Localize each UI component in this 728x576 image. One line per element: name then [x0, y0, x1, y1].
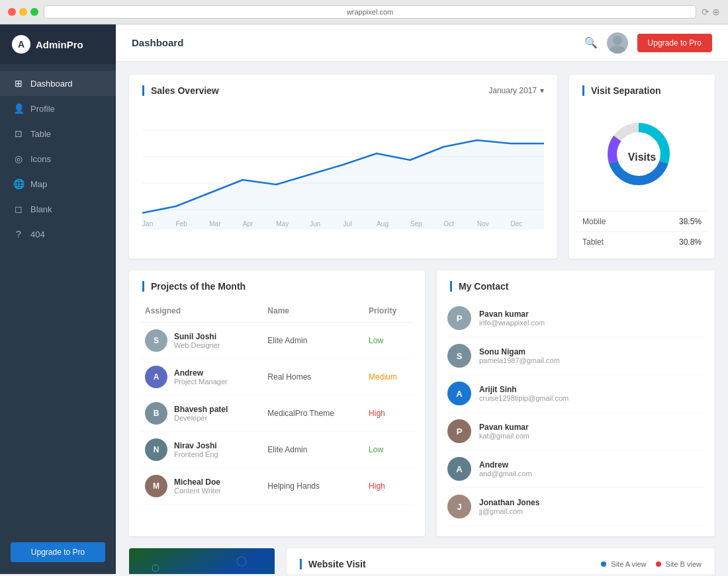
project-name-cell: MedicalPro Theme — [262, 395, 363, 432]
avatar: A — [145, 366, 167, 388]
website-header: Website Visit Site A view Site B view — [287, 548, 715, 574]
person-cell: N Nirav Joshi Frontend Eng — [145, 438, 257, 461]
topbar-right: 🔍 Upgrade to Pro — [584, 32, 712, 54]
sidebar-item-label: Table — [30, 129, 51, 139]
sidebar-nav: ⊞ Dashboard 👤 Profile ⊡ Table ◎ Icons 🌐 … — [0, 64, 116, 530]
person-cell: M Micheal Doe Content Writer — [145, 475, 257, 497]
contact-email: and@gmail.com — [479, 470, 532, 477]
table-row: B Bhavesh patel Developer MedicalPro The… — [140, 395, 414, 432]
contact-info: Jonathan Jones jj@gmail.com — [479, 498, 539, 515]
legend-site-b: Site B view — [656, 560, 702, 568]
sidebar-item-profile[interactable]: 👤 Profile — [0, 96, 116, 121]
browser-url[interactable]: wrappixel.com — [44, 5, 696, 19]
contact-info: Arijit Sinh cruise1298tipip@gmail.com — [479, 385, 569, 402]
assigned-cell: A Andrew Project Manager — [140, 359, 262, 395]
priority-cell: Low — [363, 432, 414, 468]
table-row: M Micheal Doe Content Writer Helping Han… — [140, 468, 414, 505]
stat-pct: 30.8% — [679, 237, 702, 247]
list-item: A Andrew and@gmail.com — [447, 450, 704, 488]
profile-icon: 👤 — [13, 103, 24, 114]
app-container: A AdminPro ⊞ Dashboard 👤 Profile ⊡ Table… — [0, 24, 728, 574]
main-area: Dashboard 🔍 Upgrade to Pro Sales Overvie… — [116, 24, 728, 574]
site-a-label: Site A view — [611, 560, 646, 568]
sidebar-item-map[interactable]: 🌐 Map — [0, 171, 116, 196]
contact-info: Pavan kumar info@wrappixel.com — [479, 309, 545, 327]
search-icon[interactable]: 🔍 — [584, 36, 598, 49]
donut-container: Visits Mobile 38.5% Tablet 30.8% — [569, 104, 715, 259]
project-name-cell: Helping Hands — [262, 468, 363, 505]
page-title: Dashboard — [132, 37, 183, 48]
contact-name: Pavan kumar — [479, 423, 529, 432]
sidebar-upgrade: Upgrade to Pro — [0, 530, 116, 574]
sales-chart: Jan Feb Mar Apr May Jun Jul Aug Sep Oct … — [129, 104, 557, 251]
logo-icon: A — [12, 35, 30, 54]
date-selector[interactable]: January 2017 ▾ — [488, 86, 544, 95]
assigned-cell: M Micheal Doe Content Writer — [140, 468, 262, 505]
user-avatar[interactable] — [607, 32, 628, 54]
col-priority: Priority — [363, 300, 414, 323]
visit-separation-card: Visit Separation — [569, 75, 715, 259]
contact-info: Andrew and@gmail.com — [479, 460, 532, 477]
col-assigned: Assigned — [140, 300, 262, 323]
table-row: A Andrew Project Manager Real Homes Medi… — [140, 359, 414, 395]
person-name: Nirav Joshi — [174, 441, 218, 450]
topbar-upgrade-button[interactable]: Upgrade to Pro — [637, 34, 712, 52]
contact-email: pamela1987@gmail.com — [479, 356, 560, 364]
assigned-cell: B Bhavesh patel Developer — [140, 395, 262, 432]
icons-icon: ◎ — [13, 153, 24, 164]
sidebar-item-icons[interactable]: ◎ Icons — [0, 146, 116, 171]
table-icon: ⊡ — [13, 128, 24, 139]
contact-email: cruise1298tipip@gmail.com — [479, 394, 569, 402]
dot-yellow[interactable] — [19, 8, 27, 16]
sidebar-item-label: Profile — [30, 104, 55, 114]
legend-site-a: Site A view — [601, 560, 646, 568]
sidebar-item-label: Map — [30, 179, 47, 189]
projects-header: Projects of the Month — [129, 270, 425, 300]
contact-name: Arijit Sinh — [479, 385, 569, 394]
sidebar-item-blank[interactable]: ◻ Blank — [0, 196, 116, 222]
topbar: Dashboard 🔍 Upgrade to Pro — [116, 24, 728, 62]
table-header-row: Assigned Name Priority — [140, 300, 414, 323]
sidebar-item-dashboard[interactable]: ⊞ Dashboard — [0, 71, 116, 96]
dashboard-row3: Website Visit Site A view Site B view — [129, 548, 715, 574]
sales-overview-card: Sales Overview January 2017 ▾ — [129, 75, 557, 259]
stat-mobile: Mobile 38.5% — [576, 211, 708, 231]
dashboard-row2: Projects of the Month Assigned Name Prio… — [129, 270, 715, 536]
list-item: A Arijit Sinh cruise1298tipip@gmail.com — [447, 375, 704, 413]
sidebar-item-404[interactable]: ? 404 — [0, 222, 116, 247]
contact-list: P Pavan kumar info@wrappixel.com S Sonu … — [437, 300, 715, 536]
svg-text:Dec: Dec — [510, 220, 522, 227]
sidebar-item-table[interactable]: ⊡ Table — [0, 121, 116, 146]
person-name: Micheal Doe — [174, 477, 221, 487]
priority-badge: High — [369, 481, 385, 491]
stat-pct: 38.5% — [679, 217, 702, 226]
svg-text:Mar: Mar — [209, 220, 221, 227]
avatar: N — [145, 438, 167, 461]
svg-text:Nov: Nov — [477, 220, 489, 227]
website-visit-card: Website Visit Site A view Site B view — [287, 548, 715, 574]
contacts-header: My Contact — [437, 270, 715, 300]
donut-stats: Mobile 38.5% Tablet 30.8% — [576, 211, 708, 252]
person-role: Web Designer — [174, 341, 220, 349]
dot-red[interactable] — [8, 8, 16, 16]
avatar: B — [145, 402, 167, 425]
site-b-label: Site B view — [666, 560, 702, 568]
line-chart-svg: Jan Feb Mar Apr May Jun Jul Aug Sep Oct … — [142, 110, 544, 229]
visit-card-header: Visit Separation — [569, 75, 715, 104]
projects-card: Projects of the Month Assigned Name Prio… — [129, 270, 425, 536]
person-name: Andrew — [174, 368, 228, 378]
contacts-card: My Contact P Pavan kumar info@wrappixel.… — [437, 270, 715, 536]
person-info: Micheal Doe Content Writer — [174, 477, 221, 495]
dot-green[interactable] — [30, 8, 38, 16]
browser-chrome: wrappixel.com ⟳ ⊕ — [0, 0, 728, 24]
person-name: Bhavesh patel — [174, 405, 228, 414]
svg-text:May: May — [276, 220, 289, 227]
sidebar-upgrade-button[interactable]: Upgrade to Pro — [11, 542, 105, 562]
contacts-title: My Contact — [450, 281, 508, 292]
sidebar-item-label: Dashboard — [30, 79, 73, 89]
project-name-cell: Real Homes — [262, 359, 363, 395]
date-label: January 2017 — [488, 86, 537, 95]
list-item: S Sonu Nigam pamela1987@gmail.com — [447, 337, 704, 375]
projects-title: Projects of the Month — [142, 281, 246, 292]
projects-table-wrapper: Assigned Name Priority S Sunil Joshi Web… — [129, 300, 425, 515]
